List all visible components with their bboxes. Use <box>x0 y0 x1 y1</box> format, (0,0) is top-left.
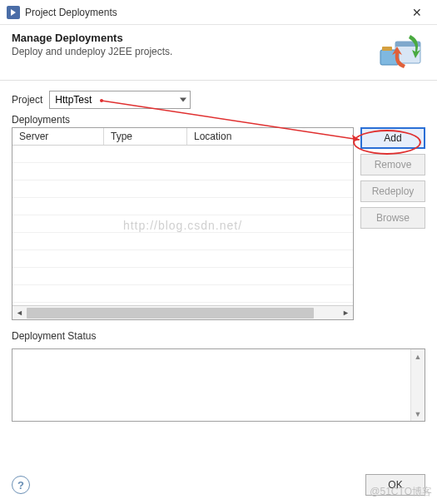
status-label: Deployment Status <box>12 330 425 342</box>
add-button[interactable]: Add <box>360 127 425 149</box>
window-title: Project Deployments <box>25 7 400 18</box>
app-icon <box>7 6 20 19</box>
deployments-label: Deployments <box>12 114 425 126</box>
svg-rect-3 <box>382 47 392 51</box>
status-box: ▲ ▼ <box>12 348 425 422</box>
header-subtitle: Deploy and undeploy J2EE projects. <box>12 46 379 57</box>
dialog-footer: ? OK <box>12 474 425 496</box>
redeploy-button: Redeploy <box>360 180 425 202</box>
table-body: http://blog.csdn.net/ <box>12 146 353 305</box>
chevron-down-icon <box>180 98 186 102</box>
ok-button[interactable]: OK <box>365 474 425 496</box>
table-header: Server Type Location <box>12 128 353 146</box>
header-section: Manage Deployments Deploy and undeploy J… <box>0 25 437 81</box>
vertical-scrollbar[interactable]: ▲ ▼ <box>410 349 425 421</box>
project-label: Project <box>12 94 42 106</box>
browse-button: Browse <box>360 207 425 229</box>
scroll-up-icon[interactable]: ▲ <box>411 349 425 363</box>
scroll-thumb[interactable] <box>27 308 314 319</box>
deploy-icon <box>379 32 425 72</box>
close-button[interactable]: ✕ <box>400 0 434 25</box>
col-location[interactable]: Location <box>187 128 353 145</box>
col-type[interactable]: Type <box>104 128 187 145</box>
project-select-value: HttpTest <box>55 94 92 106</box>
deployments-table[interactable]: Server Type Location http://blog.csdn.ne… <box>12 127 354 320</box>
header-title: Manage Deployments <box>12 32 379 44</box>
help-button[interactable]: ? <box>12 476 30 494</box>
project-select[interactable]: HttpTest <box>49 91 191 109</box>
title-bar: Project Deployments ✕ <box>0 0 437 25</box>
scroll-right-icon[interactable]: ► <box>339 306 353 320</box>
horizontal-scrollbar[interactable]: ◄ ► <box>12 305 353 319</box>
scroll-down-icon[interactable]: ▼ <box>411 407 425 421</box>
remove-button: Remove <box>360 154 425 175</box>
scroll-left-icon[interactable]: ◄ <box>12 306 27 320</box>
col-server[interactable]: Server <box>12 128 104 145</box>
